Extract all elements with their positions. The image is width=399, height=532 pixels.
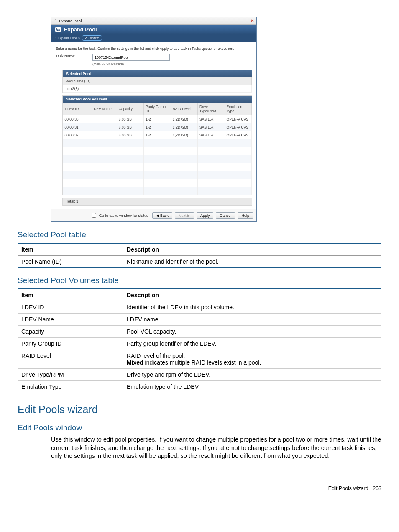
cancel-button[interactable]: Cancel [216, 212, 235, 219]
next-button: Next ▶ [175, 212, 194, 219]
task-name-hint: (Max. 32 Characters) [92, 62, 170, 66]
collapse-icon[interactable]: ⌃ [54, 19, 57, 23]
column-header: RAID Level [171, 103, 197, 115]
table-row[interactable] [63, 139, 252, 147]
table-row[interactable] [63, 163, 252, 171]
pool-name-id-value: pool8(8) [63, 85, 252, 93]
pool-name-id-header: Pool Name (ID) [63, 77, 252, 85]
table-row: LDEV NameLDEV name. [18, 314, 381, 326]
selected-pool-volumes-doc-table: ItemDescriptionLDEV IDIdentifier of the … [18, 288, 381, 393]
selected-pool-volumes-table: LDEV IDLDEV NameCapacityParity Group IDR… [63, 103, 252, 195]
step-2-active: 2.Confirm [82, 35, 102, 41]
instruction-text: Enter a name for the task. Confirm the s… [56, 46, 252, 51]
table-row[interactable]: 00:00:318.00 GB1-21(2D+2D)SAS/15kOPEN-V … [63, 123, 252, 131]
selected-pool-volumes-table-heading: Selected Pool Volumes table [18, 276, 381, 285]
task-name-input[interactable] [92, 54, 170, 61]
page-footer: Edit Pools wizard 263 [18, 486, 381, 491]
close-icon[interactable]: ✕ [251, 18, 254, 23]
go-to-tasks-label: Go to tasks window for status [99, 213, 148, 218]
table-row: Emulation TypeEmulation type of the LDEV… [18, 381, 381, 393]
table-row[interactable] [63, 147, 252, 155]
table-row[interactable] [63, 179, 252, 187]
table-row: RAID LevelRAID level of the pool.Mixed i… [18, 350, 381, 369]
go-to-tasks-checkbox[interactable] [92, 213, 96, 218]
apply-button[interactable]: Apply [197, 212, 214, 219]
step-1: 1.Expand Pool [55, 36, 77, 40]
table-row: Parity Group IDParity group identifier o… [18, 338, 381, 350]
task-name-label: Task Name: [56, 54, 80, 58]
table-row: LDEV IDIdentifier of the LDEV in this po… [18, 301, 381, 314]
hp-logo: hp [55, 27, 61, 32]
dialog-header: hp Expand Pool [51, 25, 256, 34]
edit-pools-wizard-heading: Edit Pools wizard [18, 403, 381, 416]
table-row[interactable]: 00:00:328.00 GB1-21(2D+2D)SAS/15kOPEN-V … [63, 131, 252, 139]
column-header: Parity Group ID [144, 103, 171, 115]
edit-pools-paragraph: Use this window to edit pool properties.… [51, 436, 381, 460]
help-button[interactable]: Help [238, 212, 253, 219]
column-header: Drive Type/RPM [198, 103, 225, 115]
table-row: Pool Name (ID)Nickname and identifier of… [18, 256, 381, 268]
selected-pool-doc-table: ItemDescriptionPool Name (ID)Nickname an… [18, 243, 381, 268]
table-row[interactable]: 00:00:308.00 GB1-21(2D+2D)SAS/15kOPEN-V … [63, 115, 252, 123]
selected-pool-table: Pool Name (ID) pool8(8) [63, 77, 252, 93]
table-row[interactable] [63, 155, 252, 163]
column-header: Capacity [117, 103, 143, 115]
back-button[interactable]: ◀ Back [152, 212, 172, 219]
total-label: Total: 3 [62, 198, 252, 206]
window-title: Expand Pool [59, 19, 244, 23]
expand-pool-dialog: ⌃ Expand Pool □ ✕ hp Expand Pool 1.Expan… [51, 17, 257, 222]
table-row: Drive Type/RPMDrive type and rpm of the … [18, 369, 381, 381]
edit-pools-window-heading: Edit Pools window [18, 423, 381, 432]
column-header: Emulation Type [225, 103, 251, 115]
dialog-title: Expand Pool [64, 26, 97, 33]
selected-pool-header: Selected Pool [63, 70, 252, 77]
table-row: CapacityPool-VOL capacity. [18, 326, 381, 338]
maximize-icon[interactable]: □ [246, 18, 248, 23]
dialog-footer: Go to tasks window for status ◀ Back Nex… [51, 209, 256, 221]
selected-pool-table-heading: Selected Pool table [18, 230, 381, 239]
table-row[interactable] [63, 187, 252, 195]
wizard-steps: 1.Expand Pool > 2.Confirm [51, 34, 256, 42]
column-header: LDEV ID [63, 103, 90, 115]
column-header: LDEV Name [90, 103, 117, 115]
table-row[interactable] [63, 171, 252, 179]
window-titlebar: ⌃ Expand Pool □ ✕ [51, 17, 256, 25]
selected-pool-volumes-header: Selected Pool Volumes [63, 96, 252, 103]
